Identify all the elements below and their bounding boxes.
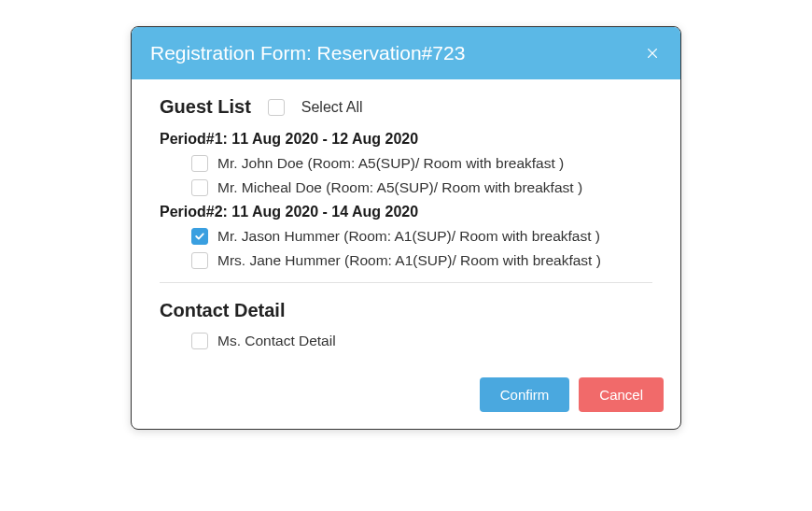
period-title: Period#1: 11 Aug 2020 - 12 Aug 2020 — [160, 131, 652, 148]
guest-list-header-row: Guest List Select All — [160, 96, 652, 118]
guest-label: Mr. Micheal Doe (Room: A5(SUP)/ Room wit… — [217, 179, 582, 196]
close-icon[interactable] — [643, 44, 662, 63]
guest-label: Mrs. Jane Hummer (Room: A1(SUP)/ Room wi… — [217, 252, 601, 269]
modal-footer: Confirm Cancel — [132, 366, 680, 429]
select-all-label: Select All — [301, 99, 363, 116]
contact-row: Ms. Contact Detail — [191, 333, 652, 349]
guest-checkbox[interactable] — [191, 179, 208, 196]
guest-checkbox[interactable] — [191, 155, 208, 172]
guest-checkbox[interactable] — [191, 228, 208, 245]
modal-body: Guest List Select All Period#1: 11 Aug 2… — [132, 79, 680, 366]
select-all-checkbox[interactable] — [268, 99, 285, 116]
contact-label: Ms. Contact Detail — [217, 333, 336, 349]
modal-header: Registration Form: Reservation#723 — [132, 27, 680, 79]
guest-label: Mr. John Doe (Room: A5(SUP)/ Room with b… — [217, 155, 564, 172]
guest-row: Mr. Micheal Doe (Room: A5(SUP)/ Room wit… — [191, 179, 652, 196]
guest-row: Mr. John Doe (Room: A5(SUP)/ Room with b… — [191, 155, 652, 172]
confirm-button[interactable]: Confirm — [480, 377, 570, 412]
guest-list-heading: Guest List — [160, 96, 251, 118]
period-title: Period#2: 11 Aug 2020 - 14 Aug 2020 — [160, 204, 652, 220]
modal-title: Registration Form: Reservation#723 — [150, 42, 465, 64]
cancel-button[interactable]: Cancel — [579, 377, 664, 412]
contact-checkbox[interactable] — [191, 333, 208, 349]
guest-row: Mrs. Jane Hummer (Room: A1(SUP)/ Room wi… — [191, 252, 652, 269]
guest-label: Mr. Jason Hummer (Room: A1(SUP)/ Room wi… — [217, 228, 600, 245]
contact-detail-heading: Contact Detail — [160, 300, 652, 321]
registration-modal: Registration Form: Reservation#723 Guest… — [131, 26, 681, 430]
section-divider — [160, 282, 652, 283]
guest-checkbox[interactable] — [191, 252, 208, 269]
guest-row: Mr. Jason Hummer (Room: A1(SUP)/ Room wi… — [191, 228, 652, 245]
